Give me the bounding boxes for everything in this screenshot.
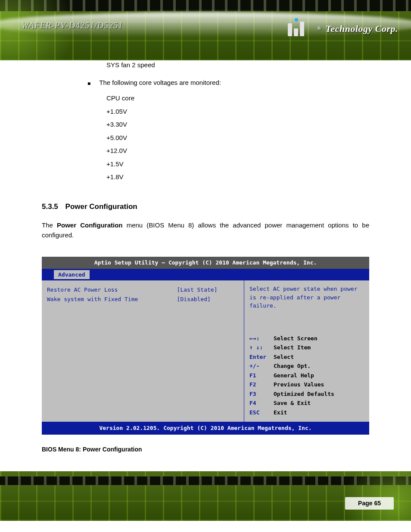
bios-tab-advanced[interactable]: Advanced [54,270,90,280]
section-number: 5.3.5 [42,202,58,211]
list-item: CPU core [106,93,369,103]
bullet-line: ■ The following core voltages are monito… [42,78,369,88]
bios-tab[interactable] [44,270,52,280]
page-number: Page 65 [345,497,394,510]
bios-body-row: Restore AC Power Loss Wake system with F… [42,280,369,422]
bios-value[interactable]: [Disabled] [177,295,239,304]
iei-logo-icon [288,21,313,36]
list-item: +1.05V [106,107,369,117]
page-header-decor: WAFER-PV-D4251/D5251 ® Technology Corp. [0,0,411,60]
bios-caption: BIOS Menu 8: Power Configuration [42,445,369,454]
list-item: +1.5V [106,159,369,169]
bios-screenshot: Aptio Setup Utility – Copyright (C) 2010… [42,257,369,435]
bullet-text: The following core voltages are monitore… [99,78,221,88]
bios-entry[interactable]: Wake system with Fixed Time [47,295,167,304]
brand-slogan: ® Technology Corp. [288,21,398,36]
bios-middle-pane: [Last State] [Disabled] [172,280,244,422]
bios-footer: Version 2.02.1205. Copyright (C) 2010 Am… [42,422,369,435]
bios-left-pane: Restore AC Power Loss Wake system with F… [42,280,172,422]
list-item: +12.0V [106,146,369,156]
bios-title: Aptio Setup Utility – Copyright (C) 2010… [42,257,369,269]
section-heading: 5.3.5 Power Configuration [42,201,369,212]
doc-title: WAFER-PV-D4251/D5251 [22,19,123,32]
section-title: Power Configuration [65,202,137,211]
bios-right-pane: Select AC power state when power is re-a… [244,280,369,422]
section-paragraph: The Power Configuration menu (BIOS Menu … [42,221,369,240]
bios-title-row: Aptio Setup Utility – Copyright (C) 2010… [42,257,369,269]
bios-tabs-row: Advanced [42,269,369,281]
voltage-list: CPU core +1.05V +3.30V +5.00V +12.0V +1.… [42,93,369,182]
bios-tab[interactable] [91,270,100,280]
prev-sublist-header: SYS fan 2 speed [42,60,369,70]
list-item: +1.8V [106,172,369,182]
bios-legend: ←→:Select Screen ↑ ↓:Select Item EnterSe… [249,334,364,417]
list-item: +3.30V [106,120,369,130]
list-item: +5.00V [106,133,369,143]
bios-footer-row: Version 2.02.1205. Copyright (C) 2010 Am… [42,422,369,435]
brand-slogan-text: Technology Corp. [325,22,398,36]
bios-entry[interactable]: Restore AC Power Loss [47,286,167,294]
bios-help-text: Select AC power state when power is re-a… [249,285,364,310]
bios-value[interactable]: [Last State] [177,286,239,294]
registered-icon: ® [317,25,321,32]
bullet-icon: ■ [87,80,90,87]
page-footer-decor: Page 65 [0,471,411,521]
